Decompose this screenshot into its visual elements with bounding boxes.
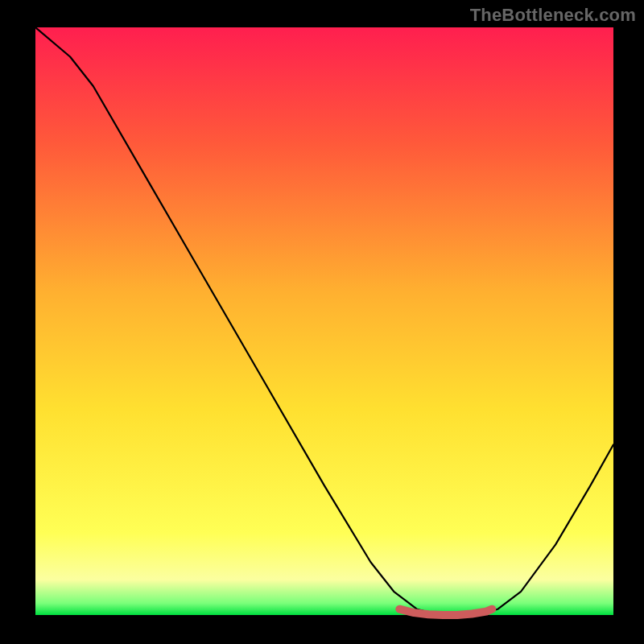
plot-background [35, 27, 613, 615]
bottleneck-curve-chart [0, 0, 644, 644]
chart-container: { "watermark": "TheBottleneck.com", "col… [0, 0, 644, 644]
watermark-text: TheBottleneck.com [470, 5, 636, 26]
